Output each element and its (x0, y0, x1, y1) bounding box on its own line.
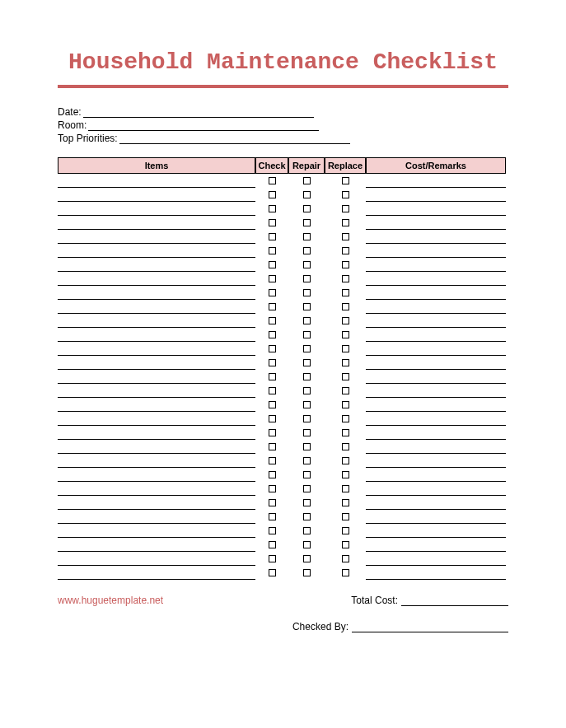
replace-checkbox[interactable] (342, 261, 349, 268)
repair-checkbox[interactable] (303, 345, 311, 352)
cost-input[interactable] (366, 188, 506, 202)
item-input[interactable] (58, 174, 255, 188)
replace-checkbox[interactable] (342, 443, 349, 450)
repair-checkbox[interactable] (303, 415, 311, 422)
replace-checkbox[interactable] (342, 219, 349, 226)
replace-checkbox[interactable] (342, 331, 349, 338)
replace-checkbox[interactable] (342, 177, 349, 184)
item-input[interactable] (58, 524, 255, 538)
check-checkbox[interactable] (269, 555, 276, 562)
cost-input[interactable] (366, 384, 506, 398)
cost-input[interactable] (366, 356, 506, 370)
cost-input[interactable] (366, 398, 506, 412)
check-checkbox[interactable] (269, 359, 276, 366)
cost-input[interactable] (366, 286, 506, 300)
check-checkbox[interactable] (269, 275, 276, 282)
replace-checkbox[interactable] (342, 457, 349, 464)
repair-checkbox[interactable] (303, 541, 311, 548)
item-input[interactable] (58, 426, 255, 440)
repair-checkbox[interactable] (303, 247, 311, 254)
repair-checkbox[interactable] (303, 289, 311, 296)
cost-input[interactable] (366, 300, 506, 314)
repair-checkbox[interactable] (303, 219, 311, 226)
check-checkbox[interactable] (269, 541, 276, 548)
check-checkbox[interactable] (269, 443, 276, 450)
replace-checkbox[interactable] (342, 247, 349, 254)
cost-input[interactable] (366, 230, 506, 244)
item-input[interactable] (58, 300, 255, 314)
check-checkbox[interactable] (269, 247, 276, 254)
check-checkbox[interactable] (269, 485, 276, 492)
cost-input[interactable] (366, 216, 506, 230)
cost-input[interactable] (366, 202, 506, 216)
checked-by-input[interactable] (352, 621, 508, 632)
replace-checkbox[interactable] (342, 345, 349, 352)
replace-checkbox[interactable] (342, 191, 349, 198)
replace-checkbox[interactable] (342, 233, 349, 240)
check-checkbox[interactable] (269, 289, 276, 296)
check-checkbox[interactable] (269, 317, 276, 324)
cost-input[interactable] (366, 314, 506, 328)
repair-checkbox[interactable] (303, 555, 311, 562)
cost-input[interactable] (366, 524, 506, 538)
item-input[interactable] (58, 398, 255, 412)
cost-input[interactable] (366, 426, 506, 440)
item-input[interactable] (58, 440, 255, 454)
item-input[interactable] (58, 258, 255, 272)
item-input[interactable] (58, 538, 255, 552)
repair-checkbox[interactable] (303, 485, 311, 492)
check-checkbox[interactable] (269, 415, 276, 422)
check-checkbox[interactable] (269, 219, 276, 226)
replace-checkbox[interactable] (342, 471, 349, 478)
room-input[interactable] (88, 119, 319, 131)
repair-checkbox[interactable] (303, 317, 311, 324)
date-input[interactable] (83, 106, 314, 118)
item-input[interactable] (58, 510, 255, 524)
replace-checkbox[interactable] (342, 513, 349, 520)
replace-checkbox[interactable] (342, 303, 349, 310)
item-input[interactable] (58, 384, 255, 398)
cost-input[interactable] (366, 412, 506, 426)
replace-checkbox[interactable] (342, 289, 349, 296)
repair-checkbox[interactable] (303, 191, 311, 198)
replace-checkbox[interactable] (342, 429, 349, 436)
check-checkbox[interactable] (269, 345, 276, 352)
item-input[interactable] (58, 188, 255, 202)
repair-checkbox[interactable] (303, 527, 311, 534)
repair-checkbox[interactable] (303, 261, 311, 268)
item-input[interactable] (58, 566, 255, 580)
item-input[interactable] (58, 230, 255, 244)
replace-checkbox[interactable] (342, 317, 349, 324)
check-checkbox[interactable] (269, 513, 276, 520)
cost-input[interactable] (366, 566, 506, 580)
repair-checkbox[interactable] (303, 373, 311, 380)
cost-input[interactable] (366, 342, 506, 356)
cost-input[interactable] (366, 552, 506, 566)
replace-checkbox[interactable] (342, 555, 349, 562)
item-input[interactable] (58, 370, 255, 384)
repair-checkbox[interactable] (303, 457, 311, 464)
repair-checkbox[interactable] (303, 429, 311, 436)
item-input[interactable] (58, 244, 255, 258)
item-input[interactable] (58, 286, 255, 300)
check-checkbox[interactable] (269, 191, 276, 198)
replace-checkbox[interactable] (342, 401, 349, 408)
check-checkbox[interactable] (269, 471, 276, 478)
check-checkbox[interactable] (269, 387, 276, 394)
replace-checkbox[interactable] (342, 373, 349, 380)
item-input[interactable] (58, 552, 255, 566)
check-checkbox[interactable] (269, 499, 276, 506)
replace-checkbox[interactable] (342, 205, 349, 212)
check-checkbox[interactable] (269, 373, 276, 380)
cost-input[interactable] (366, 510, 506, 524)
cost-input[interactable] (366, 538, 506, 552)
item-input[interactable] (58, 202, 255, 216)
cost-input[interactable] (366, 258, 506, 272)
repair-checkbox[interactable] (303, 303, 311, 310)
cost-input[interactable] (366, 174, 506, 188)
replace-checkbox[interactable] (342, 359, 349, 366)
repair-checkbox[interactable] (303, 387, 311, 394)
item-input[interactable] (58, 216, 255, 230)
item-input[interactable] (58, 328, 255, 342)
item-input[interactable] (58, 468, 255, 482)
